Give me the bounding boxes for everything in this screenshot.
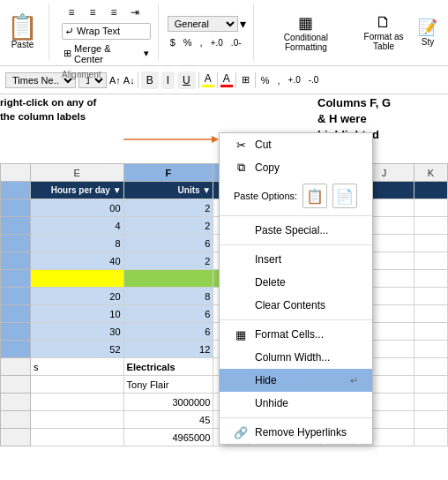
ctx-cut[interactable]: ✂ Cut (220, 133, 372, 156)
indent-icon[interactable]: ⇥ (125, 4, 145, 20)
cell-kb1[interactable] (414, 358, 447, 376)
merge-dropdown-icon: ▾ (144, 48, 149, 59)
decimal-decrease-button[interactable]: .0- (228, 37, 244, 49)
cell-f4[interactable]: 2 (123, 252, 213, 270)
underline-button[interactable]: U (177, 71, 196, 89)
cell-k6[interactable] (414, 288, 447, 305)
cell-eb1[interactable]: s (30, 358, 123, 376)
percent-button[interactable]: % (181, 36, 195, 49)
cell-f8[interactable]: 6 (123, 323, 213, 341)
ctx-delete[interactable]: Delete (220, 271, 372, 294)
paste-clipboard-icon: 📋 (306, 188, 324, 205)
ctx-unhide[interactable]: Unhide (220, 392, 372, 415)
cell-e7[interactable]: 10 (30, 305, 123, 323)
cell-fb5[interactable]: 4965000 (123, 429, 213, 446)
cell-e9[interactable]: 52 (30, 341, 123, 358)
paste-values-button[interactable]: 📄 (332, 184, 357, 208)
cell-kb3[interactable] (414, 394, 447, 411)
font-color-button[interactable]: A (220, 72, 233, 87)
wrap-text-button[interactable]: ⤶ Wrap Text (62, 23, 151, 40)
cell-e-header[interactable]: Hours per day ▼ (30, 182, 123, 199)
cell-f3[interactable]: 6 (123, 235, 213, 252)
format-cells-icon: ▦ (234, 327, 248, 341)
cell-f9[interactable]: 12 (123, 341, 213, 358)
ctx-paste-special[interactable]: Paste Special... (220, 219, 372, 242)
align-top-icon[interactable]: ⬆ (62, 0, 81, 2)
row-header-1 (1, 199, 31, 217)
cell-f2[interactable]: 2 (123, 217, 213, 235)
align-right-icon[interactable]: ≡ (104, 4, 123, 20)
cell-e4[interactable]: 40 (30, 252, 123, 270)
alignment-label: Alignment (62, 70, 151, 79)
insert-icon (234, 252, 248, 266)
cell-fb4[interactable]: 45 (123, 411, 213, 429)
cell-k2[interactable] (414, 217, 447, 235)
cell-kb5[interactable] (414, 429, 447, 446)
number-format-dropdown[interactable]: General (168, 16, 238, 32)
cell-f1[interactable]: 2 (123, 199, 213, 217)
cell-e8[interactable]: 30 (30, 323, 123, 341)
comma-button[interactable]: , (198, 36, 205, 49)
format-as-table-button[interactable]: 🗋 Format as Table (353, 13, 414, 51)
cell-eb3[interactable] (30, 394, 123, 411)
ctx-clear-contents[interactable]: Clear Contents (220, 294, 372, 317)
fill-color-button[interactable]: A (202, 72, 214, 87)
cell-k1[interactable] (414, 199, 447, 217)
cell-fb1[interactable]: Electricals (123, 358, 213, 376)
cell-k5[interactable] (414, 270, 447, 288)
cell-kb4[interactable] (414, 411, 447, 429)
cell-f6[interactable]: 8 (123, 288, 213, 305)
align-middle-icon[interactable]: ↕ (83, 0, 102, 2)
align-center-icon[interactable]: ≡ (83, 4, 102, 20)
ctx-remove-hyperlinks[interactable]: 🔗 Remove Hyperlinks (220, 421, 372, 444)
cell-e1[interactable]: 00 (30, 199, 123, 217)
ctx-format-cells[interactable]: ▦ Format Cells... (220, 323, 372, 346)
ctx-insert[interactable]: Insert (220, 248, 372, 271)
cell-eb5[interactable] (30, 429, 123, 446)
cell-k8[interactable] (414, 323, 447, 341)
col-header-e[interactable]: E (30, 164, 123, 182)
row-header-5 (1, 270, 31, 288)
number-format-expand-icon[interactable]: ▾ (240, 17, 246, 31)
cell-fb3[interactable]: 3000000 (123, 394, 213, 411)
paste-button[interactable]: 📋 Paste (4, 13, 41, 51)
pct-symbol-btn[interactable]: % (258, 74, 273, 86)
cell-k9[interactable] (414, 341, 447, 358)
cell-k7[interactable] (414, 305, 447, 323)
ctx-sep3 (220, 319, 372, 320)
cell-f7[interactable]: 6 (123, 305, 213, 323)
cell-fb2[interactable]: Tony Flair (123, 376, 213, 394)
italic-button[interactable]: I (161, 71, 175, 89)
number-symbols-row: $ % , +.0 .0- (168, 36, 246, 49)
align-bottom-icon[interactable]: ⬇ (104, 0, 123, 2)
dec-dec-btn[interactable]: -.0 (306, 74, 322, 86)
cell-k3[interactable] (414, 235, 447, 252)
cell-f-header[interactable]: Units ▼ (123, 182, 213, 199)
merge-center-button[interactable]: ⊞ Merge & Center ▾ (62, 42, 151, 65)
comma-symbol-btn[interactable]: , (275, 74, 283, 86)
cell-e6[interactable]: 20 (30, 288, 123, 305)
align-left-icon[interactable]: ≡ (62, 4, 81, 20)
cell-kb2[interactable] (414, 376, 447, 394)
ctx-copy[interactable]: ⧉ Copy (220, 156, 372, 179)
hide-shortcut: ↵ (350, 375, 358, 386)
cell-e5[interactable] (30, 270, 123, 288)
col-header-k[interactable]: K (414, 164, 447, 182)
styles-button[interactable]: 📝 Sty (418, 18, 437, 47)
conditional-formatting-button[interactable]: ▦ Conditional Formatting (263, 13, 349, 52)
text-direction-icon[interactable]: ⇲ (125, 0, 145, 2)
cell-eb2[interactable] (30, 376, 123, 394)
ctx-hide[interactable]: Hide ↵ (220, 369, 372, 392)
cell-eb4[interactable] (30, 411, 123, 429)
dollar-button[interactable]: $ (168, 36, 178, 49)
decimal-increase-button[interactable]: +.0 (208, 37, 226, 49)
cell-e3[interactable]: 8 (30, 235, 123, 252)
dec-inc-btn[interactable]: +.0 (286, 74, 303, 86)
cell-k4[interactable] (414, 252, 447, 270)
cell-e2[interactable]: 4 (30, 217, 123, 235)
cell-f5[interactable] (123, 270, 213, 288)
paste-clipboard-button[interactable]: 📋 (302, 184, 327, 208)
border-button[interactable]: ⊞ (239, 73, 252, 86)
ctx-column-width[interactable]: Column Width... (220, 346, 372, 369)
col-header-f[interactable]: F (123, 164, 213, 182)
